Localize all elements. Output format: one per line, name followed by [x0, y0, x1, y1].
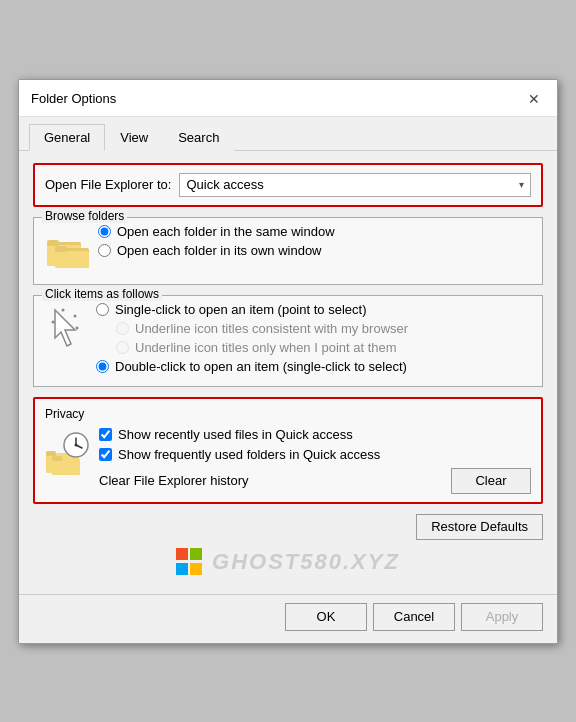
privacy-options: Show recently used files in Quick access…	[99, 427, 531, 494]
privacy-content: Show recently used files in Quick access…	[45, 427, 531, 494]
apply-button[interactable]: Apply	[461, 603, 543, 631]
svg-point-7	[52, 320, 55, 323]
dialog-title: Folder Options	[31, 91, 116, 106]
restore-defaults-row: Restore Defaults	[33, 514, 543, 540]
main-content: Open File Explorer to: Quick access ▾ Br…	[19, 151, 557, 594]
svg-point-9	[74, 314, 77, 317]
tab-bar: General View Search	[19, 117, 557, 151]
svg-rect-16	[52, 456, 62, 461]
radio-underline-browser-input	[116, 322, 129, 335]
radio-underline-browser: Underline icon titles consistent with my…	[116, 321, 532, 336]
clear-history-text: Clear File Explorer history	[99, 473, 249, 488]
radio-underline-browser-label: Underline icon titles consistent with my…	[135, 321, 408, 336]
svg-point-8	[62, 308, 65, 311]
title-bar: Folder Options ✕	[19, 80, 557, 117]
browse-folders-options: Open each folder in the same window Open…	[98, 224, 532, 262]
click-items-label: Click items as follows	[42, 287, 162, 301]
checkbox-frequent-folders: Show frequently used folders in Quick ac…	[99, 447, 531, 462]
clear-history-row: Clear File Explorer history Clear	[99, 468, 531, 494]
restore-defaults-button[interactable]: Restore Defaults	[416, 514, 543, 540]
tab-view[interactable]: View	[105, 124, 163, 151]
checkbox-recent-files: Show recently used files in Quick access	[99, 427, 531, 442]
radio-own-window-input[interactable]	[98, 244, 111, 257]
open-to-section: Open File Explorer to: Quick access ▾	[33, 163, 543, 207]
close-button[interactable]: ✕	[523, 88, 545, 110]
open-to-row: Open File Explorer to: Quick access ▾	[45, 173, 531, 197]
svg-point-10	[76, 326, 79, 329]
dropdown-value: Quick access	[186, 177, 263, 192]
checkbox-recent-files-label: Show recently used files in Quick access	[118, 427, 353, 442]
tab-search[interactable]: Search	[163, 124, 234, 151]
radio-double-click-input[interactable]	[96, 360, 109, 373]
windows-logo-icon	[176, 548, 204, 576]
tab-general[interactable]: General	[29, 124, 105, 151]
radio-same-window-input[interactable]	[98, 225, 111, 238]
folder-icon	[44, 228, 92, 276]
svg-rect-5	[55, 246, 67, 252]
radio-single-click-input[interactable]	[96, 303, 109, 316]
privacy-icon	[45, 427, 91, 479]
folder-options-dialog: Folder Options ✕ General View Search Ope…	[18, 79, 558, 644]
open-to-dropdown[interactable]: Quick access ▾	[179, 173, 531, 197]
radio-own-window-label: Open each folder in its own window	[117, 243, 322, 258]
browse-folders-group: Browse folders	[33, 217, 543, 285]
clear-button[interactable]: Clear	[451, 468, 531, 494]
bottom-buttons: OK Cancel Apply	[19, 594, 557, 643]
radio-underline-point: Underline icon titles only when I point …	[116, 340, 532, 355]
radio-same-window: Open each folder in the same window	[98, 224, 532, 239]
browse-folders-content: Open each folder in the same window Open…	[44, 224, 532, 276]
svg-rect-13	[46, 451, 56, 456]
browse-folders-label: Browse folders	[42, 209, 127, 223]
radio-single-click: Single-click to open an item (point to s…	[96, 302, 532, 317]
checkbox-frequent-folders-label: Show frequently used folders in Quick ac…	[118, 447, 380, 462]
privacy-section: Privacy	[33, 397, 543, 504]
open-to-label: Open File Explorer to:	[45, 177, 171, 192]
chevron-down-icon: ▾	[519, 179, 524, 190]
watermark-row: GHOST580.XYZ	[33, 548, 543, 576]
radio-single-click-label: Single-click to open an item (point to s…	[115, 302, 366, 317]
radio-underline-point-label: Underline icon titles only when I point …	[135, 340, 397, 355]
click-items-content: Single-click to open an item (point to s…	[44, 302, 532, 378]
checkbox-recent-files-input[interactable]	[99, 428, 112, 441]
checkbox-frequent-folders-input[interactable]	[99, 448, 112, 461]
radio-own-window: Open each folder in its own window	[98, 243, 532, 258]
privacy-label: Privacy	[45, 407, 531, 421]
radio-double-click: Double-click to open an item (single-cli…	[96, 359, 532, 374]
cursor-icon	[44, 302, 90, 356]
svg-point-20	[75, 443, 78, 446]
svg-rect-4	[55, 251, 89, 268]
svg-rect-2	[47, 240, 59, 246]
click-items-options: Single-click to open an item (point to s…	[96, 302, 532, 378]
watermark-text: GHOST580.XYZ	[212, 549, 400, 575]
radio-double-click-label: Double-click to open an item (single-cli…	[115, 359, 407, 374]
cancel-button[interactable]: Cancel	[373, 603, 455, 631]
radio-same-window-label: Open each folder in the same window	[117, 224, 335, 239]
radio-underline-point-input	[116, 341, 129, 354]
click-items-group: Click items as follows	[33, 295, 543, 387]
ok-button[interactable]: OK	[285, 603, 367, 631]
svg-marker-6	[55, 310, 75, 346]
